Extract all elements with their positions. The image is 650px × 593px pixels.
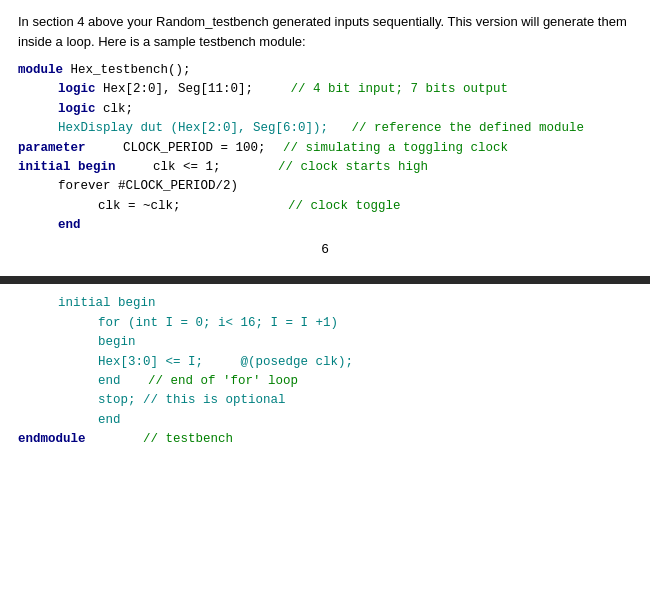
bottom-section: initial begin for (int I = 0; i< 16; I =… (0, 284, 650, 459)
comment-4: // clock starts high (278, 160, 428, 174)
bottom-line-7: end (98, 411, 632, 430)
code-line-3: logic clk; (58, 100, 632, 119)
bottom-line-5: end // end of 'for' loop (98, 372, 632, 391)
comment-1: // 4 bit input; 7 bits output (291, 82, 509, 96)
keyword-endmodule: endmodule (18, 432, 86, 446)
begin-loop: begin (98, 335, 136, 349)
intro-paragraph: In section 4 above your Random_testbench… (18, 12, 632, 51)
bottom-line-4: Hex[3:0] <= I; @(posedge clk); (98, 353, 632, 372)
keyword-logic-2: logic (58, 102, 96, 116)
param-decl: CLOCK_PERIOD = 100; (93, 141, 266, 155)
top-section: In section 4 above your Random_testbench… (0, 0, 650, 268)
bottom-code-block: initial begin for (int I = 0; i< 16; I =… (18, 294, 632, 449)
comment-clock-toggle: // clock toggle (288, 199, 401, 213)
code-line-8: clk = ~clk; // clock toggle (98, 197, 632, 216)
comment-3: // simulating a toggling clock (283, 141, 508, 155)
keyword-parameter: parameter (18, 141, 86, 155)
bottom-line-6: stop; // this is optional (98, 391, 632, 410)
forever-stmt: forever #CLOCK_PERIOD/2) (58, 179, 238, 193)
stop-stmt: stop; // this is optional (98, 393, 286, 407)
end-initial: end (98, 413, 121, 427)
keyword-end-1: end (58, 218, 81, 232)
initial-clk: clk <= 1; (123, 160, 221, 174)
comment-end-for: // end of 'for' loop (148, 374, 298, 388)
code-line-4: HexDisplay dut (Hex[2:0], Seg[6:0]); // … (58, 119, 632, 138)
posedge-comment: @(posedge clk); (241, 355, 354, 369)
logic-decl-2: clk; (103, 102, 133, 116)
initial-begin: initial begin (58, 296, 156, 310)
end-for: end (98, 374, 121, 388)
code-line-7: forever #CLOCK_PERIOD/2) (58, 177, 632, 196)
keyword-module: module (18, 63, 63, 77)
top-code-block: module Hex_testbench(); logic Hex[2:0], … (18, 61, 632, 235)
logic-decl-1: Hex[2:0], Seg[11:0]; (103, 82, 253, 96)
module-name: Hex_testbench(); (71, 63, 191, 77)
bottom-line-1: initial begin (58, 294, 632, 313)
keyword-initial: initial begin (18, 160, 116, 174)
code-line-5: parameter CLOCK_PERIOD = 100; // simulat… (18, 139, 632, 158)
hex-display-ref: HexDisplay dut (Hex[2:0], Seg[6:0]); (58, 121, 328, 135)
comment-2: // reference the defined module (352, 121, 585, 135)
hex-assign: Hex[3:0] <= I; (98, 355, 233, 369)
section-divider (0, 276, 650, 284)
code-line-6: initial begin clk <= 1; // clock starts … (18, 158, 632, 177)
for-loop: for (int I = 0; i< 16; I = I +1) (98, 316, 338, 330)
keyword-logic-1: logic (58, 82, 96, 96)
comment-testbench: // testbench (143, 432, 233, 446)
bottom-line-3: begin (98, 333, 632, 352)
bottom-line-8: endmodule // testbench (18, 430, 632, 449)
clk-toggle: clk = ~clk; (98, 199, 181, 213)
bottom-line-2: for (int I = 0; i< 16; I = I +1) (98, 314, 632, 333)
code-line-9: end (58, 216, 632, 235)
code-line-1: module Hex_testbench(); (18, 61, 632, 80)
page-number: 6 (18, 235, 632, 258)
code-line-2: logic Hex[2:0], Seg[11:0]; // 4 bit inpu… (58, 80, 632, 99)
